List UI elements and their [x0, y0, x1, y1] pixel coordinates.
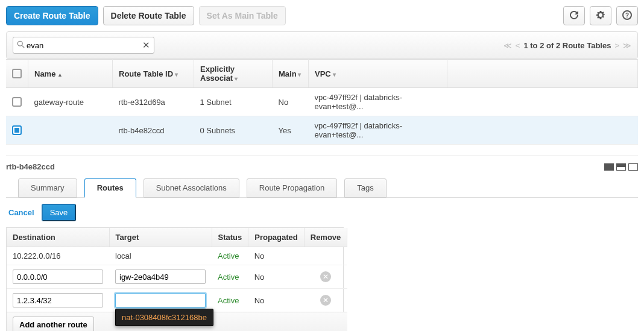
- pager-prev-icon[interactable]: <: [516, 41, 520, 50]
- detail-header: rtb-b4e82ccd: [6, 161, 638, 175]
- remove-route-button[interactable]: ✕: [320, 271, 331, 282]
- filter-bar: ✕ ≪ < 1 to 2 of 2 Route Tables > ≫: [6, 31, 638, 59]
- save-button[interactable]: Save: [42, 204, 77, 221]
- cell-main: Yes: [273, 116, 309, 145]
- cell-route-table-id: rtb-b4e82ccd: [113, 116, 194, 145]
- col-route-table-id[interactable]: Route Table ID: [113, 60, 194, 88]
- col-main[interactable]: Main: [273, 60, 309, 88]
- rt-col-remove: Remove: [304, 228, 347, 247]
- pager-text: 1 to 2 of 2 Route Tables: [523, 41, 611, 50]
- tab-subnet-associations[interactable]: Subnet Associations: [144, 178, 239, 198]
- cell-name: gateway-route: [28, 88, 113, 116]
- create-route-table-button[interactable]: Create Route Table: [6, 6, 98, 25]
- routes-edit-table: Destination Target Status Propagated Rem…: [6, 227, 344, 331]
- search-box[interactable]: ✕: [13, 37, 154, 54]
- rt-col-destination: Destination: [7, 228, 109, 247]
- layout-split-icon[interactable]: [616, 163, 626, 171]
- cell-vpc: vpc-497ff92f | databricks-evan+test@...: [309, 88, 447, 116]
- status-text: Active: [218, 251, 239, 260]
- pager-next-icon[interactable]: >: [614, 41, 619, 50]
- layout-toggles: [604, 163, 638, 171]
- rt-col-propagated: Propagated: [248, 228, 305, 247]
- row-checkbox[interactable]: [12, 97, 22, 107]
- search-input[interactable]: [25, 40, 142, 51]
- top-toolbar: Create Route Table Delete Route Table Se…: [6, 6, 638, 25]
- pager-first-icon[interactable]: ≪: [504, 41, 512, 50]
- destination-text: 10.222.0.0/16: [7, 247, 109, 265]
- set-as-main-table-button: Set As Main Table: [199, 6, 286, 25]
- cell-explicit-assoc: 1 Subnet: [194, 88, 273, 116]
- target-input[interactable]: [115, 293, 206, 307]
- col-name[interactable]: Name: [28, 60, 113, 88]
- gear-icon: [596, 10, 605, 22]
- table-row[interactable]: gateway-routertb-e312d69a1 SubnetNovpc-4…: [6, 88, 638, 116]
- col-vpc[interactable]: VPC: [309, 60, 447, 88]
- cell-vpc: vpc-497ff92f | databricks-evan+test@...: [309, 116, 447, 145]
- remove-route-button[interactable]: ✕: [320, 295, 331, 306]
- svg-line-3: [22, 45, 25, 48]
- svg-text:?: ?: [625, 12, 629, 19]
- detail-title: rtb-b4e82ccd: [6, 162, 55, 171]
- rt-col-target: Target: [109, 228, 212, 247]
- tab-summary[interactable]: Summary: [18, 178, 77, 198]
- cell-name: [28, 116, 113, 145]
- target-input[interactable]: [115, 270, 206, 284]
- propagated-text: No: [248, 265, 305, 289]
- tab-tags[interactable]: Tags: [344, 178, 386, 198]
- layout-single-icon[interactable]: [604, 163, 614, 171]
- route-tables-table: Name Route Table ID Explicitly Associat …: [6, 59, 638, 145]
- delete-route-table-button[interactable]: Delete Route Table: [103, 6, 194, 25]
- settings-button[interactable]: [590, 6, 611, 25]
- propagated-text: No: [248, 247, 305, 265]
- search-icon: [17, 40, 25, 51]
- destination-input[interactable]: [13, 293, 103, 307]
- pager-last-icon[interactable]: ≫: [623, 41, 631, 50]
- col-explicit-assoc[interactable]: Explicitly Associat: [194, 60, 273, 88]
- detail-tabs: Summary Routes Subnet Associations Route…: [6, 178, 638, 198]
- edit-actions: Cancel Save: [6, 198, 638, 227]
- route-row: 10.222.0.0/16localActiveNo: [7, 247, 347, 265]
- target-suggestion[interactable]: nat-0308408fc312168be: [115, 309, 213, 326]
- pager: ≪ < 1 to 2 of 2 Route Tables > ≫: [504, 41, 631, 50]
- svg-point-2: [17, 41, 22, 46]
- help-button[interactable]: ?: [616, 6, 638, 25]
- status-text: Active: [218, 296, 239, 305]
- rt-col-status: Status: [212, 228, 248, 247]
- table-row[interactable]: rtb-b4e82ccd0 SubnetsYesvpc-497ff92f | d…: [6, 116, 638, 145]
- route-row: ActiveNo✕: [7, 265, 347, 289]
- cell-route-table-id: rtb-e312d69a: [113, 88, 194, 116]
- cancel-button[interactable]: Cancel: [8, 208, 34, 217]
- select-all-checkbox[interactable]: [12, 69, 22, 78]
- tab-routes[interactable]: Routes: [84, 178, 136, 198]
- target-text: local: [109, 247, 212, 265]
- refresh-icon: [569, 10, 579, 22]
- status-text: Active: [218, 273, 239, 282]
- refresh-button[interactable]: [563, 6, 585, 25]
- add-another-route-button[interactable]: Add another route: [13, 317, 94, 331]
- tab-route-propagation[interactable]: Route Propagation: [247, 178, 337, 198]
- propagated-text: No: [248, 289, 305, 312]
- clear-search-icon[interactable]: ✕: [142, 40, 150, 51]
- layout-detail-icon[interactable]: [628, 163, 638, 171]
- route-row: nat-0308408fc312168beActiveNo✕: [7, 289, 347, 312]
- cell-main: No: [273, 88, 309, 116]
- row-checkbox[interactable]: [12, 125, 22, 135]
- cell-explicit-assoc: 0 Subnets: [194, 116, 273, 145]
- destination-input[interactable]: [13, 270, 103, 284]
- help-icon: ?: [622, 10, 632, 22]
